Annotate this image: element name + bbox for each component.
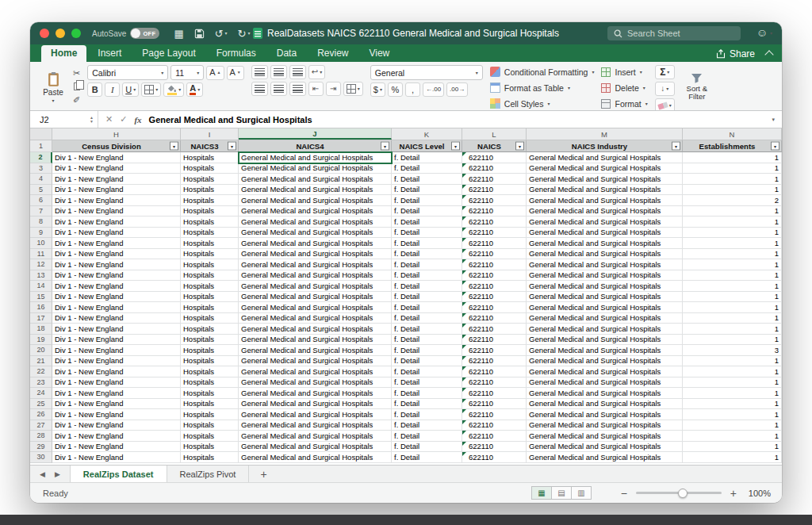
cell-K25[interactable]: f. Detail xyxy=(392,399,462,410)
cell-M18[interactable]: General Medical and Surgical Hospitals xyxy=(527,324,683,335)
cell-L23[interactable]: 622110 xyxy=(462,377,527,389)
cell-M9[interactable]: General Medical and Surgical Hospitals xyxy=(527,228,683,239)
cell-K21[interactable]: f. Detail xyxy=(392,356,462,367)
cell-J13[interactable]: General Medical and Surgical Hospitals xyxy=(239,270,392,282)
row-number-29[interactable]: 29 xyxy=(30,442,52,453)
cell-M25[interactable]: General Medical and Surgical Hospitals xyxy=(527,399,683,410)
cell-M26[interactable]: General Medical and Surgical Hospitals xyxy=(527,409,683,420)
cell-M17[interactable]: General Medical and Surgical Hospitals xyxy=(527,313,683,324)
cell-M15[interactable]: General Medical and Surgical Hospitals xyxy=(527,292,683,303)
cell-N7[interactable]: 1 xyxy=(683,206,782,217)
cell-I24[interactable]: Hospitals xyxy=(181,388,239,399)
row-number-13[interactable]: 13 xyxy=(30,270,52,282)
cell-L16[interactable]: 622110 xyxy=(462,302,527,313)
cell-N22[interactable]: 1 xyxy=(683,366,782,377)
cell-J8[interactable]: General Medical and Surgical Hospitals xyxy=(239,217,392,228)
cell-N8[interactable]: 1 xyxy=(683,217,782,228)
cell-K5[interactable]: f. Detail xyxy=(392,185,462,196)
column-header-M[interactable]: M xyxy=(527,128,683,140)
filter-dropdown-icon[interactable]: ▾ xyxy=(515,142,524,151)
cell-J30[interactable]: General Medical and Surgical Hospitals xyxy=(239,452,392,463)
cell-M16[interactable]: General Medical and Surgical Hospitals xyxy=(527,302,683,313)
number-format-select[interactable]: General ▾ xyxy=(370,65,483,80)
cell-H23[interactable]: Div 1 - New England xyxy=(52,377,181,389)
increase-decimal-button[interactable]: ←.00 xyxy=(423,82,444,97)
row-number-30[interactable]: 30 xyxy=(30,452,52,463)
cell-I11[interactable]: Hospitals xyxy=(181,249,239,260)
cell-M10[interactable]: General Medical and Surgical Hospitals xyxy=(527,238,683,249)
row-number-14[interactable]: 14 xyxy=(30,281,52,292)
cell-N3[interactable]: 1 xyxy=(683,163,782,174)
cell-I12[interactable]: Hospitals xyxy=(181,259,239,270)
enter-icon[interactable]: ✓ xyxy=(120,114,127,125)
cell-L2[interactable]: 622110 xyxy=(462,152,527,163)
cell-M12[interactable]: General Medical and Surgical Hospitals xyxy=(527,259,683,270)
cell-M8[interactable]: General Medical and Surgical Hospitals xyxy=(527,217,683,228)
row-number-3[interactable]: 3 xyxy=(30,163,52,174)
increase-indent-button[interactable]: ⇥ xyxy=(326,82,341,96)
cell-M21[interactable]: General Medical and Surgical Hospitals xyxy=(527,356,683,367)
cell-L9[interactable]: 622110 xyxy=(462,228,527,239)
normal-view-button[interactable]: ▦ xyxy=(531,486,552,500)
cell-J21[interactable]: General Medical and Surgical Hospitals xyxy=(239,356,392,367)
cell-K20[interactable]: f. Detail xyxy=(392,345,462,356)
row-number-21[interactable]: 21 xyxy=(30,356,52,367)
cell-K28[interactable]: f. Detail xyxy=(392,431,462,442)
increase-font-button[interactable]: A▲ xyxy=(206,66,224,80)
close-button[interactable] xyxy=(40,29,49,38)
cell-styles-button[interactable]: Cell Styles ▾ xyxy=(490,97,595,110)
row-number-7[interactable]: 7 xyxy=(30,206,52,217)
insert-cells-button[interactable]: Insert ▾ xyxy=(601,65,647,79)
cell-K10[interactable]: f. Detail xyxy=(392,238,462,249)
cell-J2[interactable]: General Medical and Surgical Hospitals xyxy=(239,152,392,163)
cell-H14[interactable]: Div 1 - New England xyxy=(52,281,181,292)
filter-dropdown-icon[interactable]: ▾ xyxy=(170,142,178,151)
cell-L10[interactable]: 622110 xyxy=(462,238,527,249)
cut-button[interactable]: ✂ xyxy=(73,67,80,79)
cell-J7[interactable]: General Medical and Surgical Hospitals xyxy=(239,206,392,217)
filter-dropdown-icon[interactable]: ▾ xyxy=(672,142,680,151)
cell-M23[interactable]: General Medical and Surgical Hospitals xyxy=(527,377,683,389)
cell-M19[interactable]: General Medical and Surgical Hospitals xyxy=(527,335,683,346)
row-number-28[interactable]: 28 xyxy=(30,431,52,442)
cell-H21[interactable]: Div 1 - New England xyxy=(52,356,181,367)
tab-view[interactable]: View xyxy=(359,45,399,62)
header-cell-N1[interactable]: Establishments▾ xyxy=(683,140,782,152)
cell-M29[interactable]: General Medical and Surgical Hospitals xyxy=(527,442,683,453)
row-number-5[interactable]: 5 xyxy=(30,185,52,196)
cell-M13[interactable]: General Medical and Surgical Hospitals xyxy=(527,270,683,282)
cell-K13[interactable]: f. Detail xyxy=(392,270,462,282)
cell-J15[interactable]: General Medical and Surgical Hospitals xyxy=(239,292,392,303)
cell-K3[interactable]: f. Detail xyxy=(392,163,462,174)
cell-K16[interactable]: f. Detail xyxy=(392,302,462,313)
row-number-19[interactable]: 19 xyxy=(30,335,52,346)
cell-I22[interactable]: Hospitals xyxy=(181,366,239,377)
clear-button[interactable]: ▾ xyxy=(655,98,675,111)
cell-H7[interactable]: Div 1 - New England xyxy=(52,206,181,217)
cell-I9[interactable]: Hospitals xyxy=(181,228,239,239)
filter-dropdown-icon[interactable]: ▾ xyxy=(451,142,460,151)
cell-J11[interactable]: General Medical and Surgical Hospitals xyxy=(239,249,392,260)
autosave-toggle[interactable]: OFF xyxy=(130,28,159,39)
cell-N29[interactable]: 1 xyxy=(683,442,782,453)
column-header-L[interactable]: L xyxy=(462,128,527,140)
align-middle-button[interactable] xyxy=(270,65,287,79)
sheet-tab-realzips-dataset[interactable]: RealZips Dataset xyxy=(70,466,167,482)
cell-M22[interactable]: General Medical and Surgical Hospitals xyxy=(527,366,683,377)
cell-K9[interactable]: f. Detail xyxy=(392,228,462,239)
cell-N2[interactable]: 1 xyxy=(683,152,782,163)
header-cell-M1[interactable]: NAICS Industry▾ xyxy=(527,140,683,152)
cell-M14[interactable]: General Medical and Surgical Hospitals xyxy=(527,281,683,292)
comma-format-button[interactable]: , xyxy=(405,82,420,97)
decrease-font-button[interactable]: A▼ xyxy=(227,66,244,80)
cell-L14[interactable]: 622110 xyxy=(462,281,527,292)
cell-N21[interactable]: 1 xyxy=(683,356,782,367)
cell-I16[interactable]: Hospitals xyxy=(181,302,239,313)
row-number-26[interactable]: 26 xyxy=(30,409,52,420)
cell-I29[interactable]: Hospitals xyxy=(181,442,239,453)
cell-K4[interactable]: f. Detail xyxy=(392,174,462,185)
cell-H27[interactable]: Div 1 - New England xyxy=(52,420,181,431)
cell-K22[interactable]: f. Detail xyxy=(392,366,462,377)
insert-function-icon[interactable]: fx xyxy=(134,115,141,125)
align-center-button[interactable] xyxy=(270,82,287,96)
